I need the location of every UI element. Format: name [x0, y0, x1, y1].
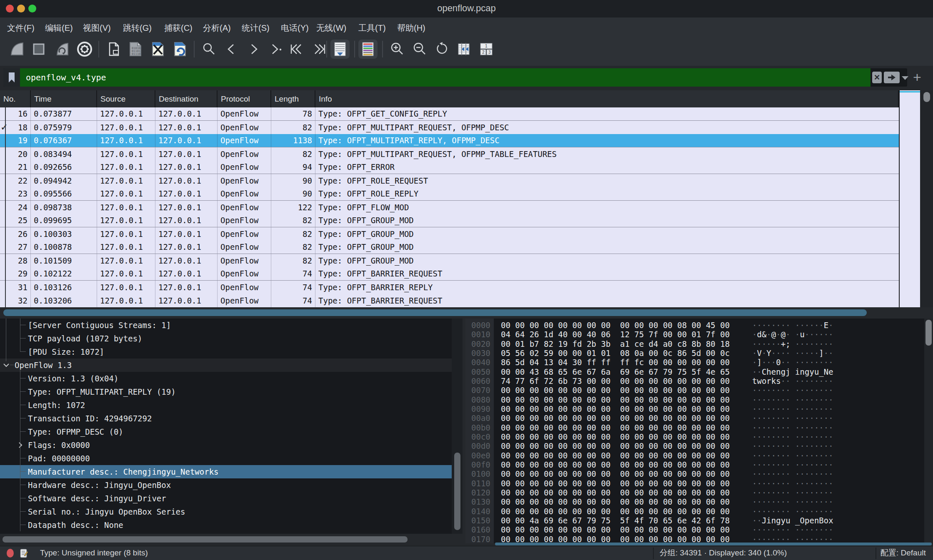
filter-bar[interactable]: openflow_v4.type ✕: [3, 68, 907, 87]
hex-row-0010[interactable]: 001004 64 26 1d 40 00 40 06 12 75 7f 00 …: [465, 330, 933, 339]
hex-row-0040[interactable]: 004086 5d 04 13 04 30 ff ff ff fc 00 00 …: [465, 358, 933, 367]
save-file-icon[interactable]: 010100110101110: [126, 40, 145, 59]
packet-row-32[interactable]: 320.103206127.0.0.1127.0.0.1OpenFlow74Ty…: [0, 294, 899, 307]
hex-row-0070[interactable]: 007000 00 00 00 00 00 00 00 00 00 00 00 …: [465, 386, 933, 395]
expert-info-icon[interactable]: [7, 549, 14, 558]
menu-item[interactable]: 帮助(H): [397, 22, 425, 34]
hex-vscrollbar[interactable]: [924, 319, 933, 543]
hex-row-00f0[interactable]: 00f000 00 00 00 00 00 00 00 00 00 00 00 …: [465, 460, 933, 469]
hex-row-0140[interactable]: 014000 00 00 00 00 00 00 00 00 00 00 00 …: [465, 507, 933, 516]
hex-row-00d0[interactable]: 00d000 00 00 00 00 00 00 00 00 00 00 00 …: [465, 441, 933, 450]
packet-row-24[interactable]: 240.098738127.0.0.1127.0.0.1OpenFlow122T…: [0, 201, 899, 214]
hex-row-0000[interactable]: 000000 00 00 00 00 00 00 00 00 00 00 00 …: [465, 321, 933, 330]
menu-item[interactable]: 电话(Y): [281, 22, 309, 34]
packet-row-28[interactable]: 280.101509127.0.0.1127.0.0.1OpenFlow82Ty…: [0, 254, 899, 267]
hex-row-0050[interactable]: 005000 00 43 68 65 6e 67 6a 69 6e 67 79 …: [465, 367, 933, 376]
capture-options-icon[interactable]: [75, 40, 94, 59]
detail-row[interactable]: Hardware desc.: Jingyu_OpenBox: [0, 478, 463, 492]
hex-hscrollbar-thumb[interactable]: [495, 543, 932, 545]
column-header-protocol[interactable]: Protocol: [218, 90, 271, 107]
menu-item[interactable]: 分析(A): [203, 22, 231, 34]
fixed-columns-icon[interactable]: 123: [477, 40, 496, 59]
packet-row-22[interactable]: 220.094942127.0.0.1127.0.0.1OpenFlow90Ty…: [0, 174, 899, 187]
hex-row-00b0[interactable]: 00b000 00 00 00 00 00 00 00 00 00 00 00 …: [465, 423, 933, 432]
details-hscrollbar-thumb[interactable]: [3, 536, 408, 543]
menu-item[interactable]: 编辑(E): [45, 22, 73, 34]
detail-row[interactable]: Length: 1072: [0, 398, 463, 412]
packet-list-vscrollbar-thumb[interactable]: [923, 92, 930, 102]
details-vscrollbar-thumb[interactable]: [454, 453, 460, 530]
expander-closed-icon[interactable]: [17, 438, 24, 452]
hex-row-0110[interactable]: 011000 00 00 00 00 00 00 00 00 00 00 00 …: [465, 479, 933, 488]
menu-item[interactable]: 工具(T): [358, 22, 386, 34]
packet-row-20[interactable]: 200.083494127.0.0.1127.0.0.1OpenFlow82Ty…: [0, 147, 899, 161]
column-header-destination[interactable]: Destination: [155, 90, 218, 107]
expander-open-icon[interactable]: [3, 358, 10, 372]
zoom-reset-icon[interactable]: [432, 40, 451, 59]
column-header-length[interactable]: Length: [271, 90, 315, 107]
detail-row[interactable]: Type: OFPT_MULTIPART_REPLY (19): [0, 385, 463, 398]
detail-row[interactable]: Version: 1.3 (0x04): [0, 372, 463, 385]
detail-row[interactable]: Datapath desc.: None: [0, 518, 463, 532]
menu-item[interactable]: 捕获(C): [164, 22, 193, 34]
hex-row-0090[interactable]: 009000 00 00 00 00 00 00 00 00 00 00 00 …: [465, 404, 933, 413]
colorize-icon[interactable]: [358, 40, 378, 59]
menu-item[interactable]: 跳转(G): [123, 22, 152, 34]
packet-row-19[interactable]: 190.076367127.0.0.1127.0.0.1OpenFlow1138…: [0, 134, 899, 147]
auto-scroll-icon[interactable]: [330, 40, 350, 59]
menu-item[interactable]: 无线(W): [316, 22, 346, 34]
menu-item[interactable]: 视图(V): [83, 22, 111, 34]
close-file-icon[interactable]: [148, 40, 168, 59]
detail-row[interactable]: Serial no.: Jingyu OpenBox Series: [0, 505, 463, 518]
hex-row-0160[interactable]: 016000 00 00 00 00 00 00 00 00 00 00 00 …: [465, 525, 933, 534]
packet-list-header[interactable]: No.TimeSourceDestinationProtocolLengthIn…: [0, 90, 899, 107]
packet-list-hscrollbar-thumb[interactable]: [3, 309, 867, 316]
zoom-out-icon[interactable]: [410, 40, 429, 59]
zoom-in-icon[interactable]: [388, 40, 407, 59]
detail-row[interactable]: Type: OFPMP_DESC (0): [0, 425, 463, 438]
hex-row-0130[interactable]: 013000 00 00 00 00 00 00 00 00 00 00 00 …: [465, 497, 933, 506]
capture-comment-icon[interactable]: [20, 549, 28, 559]
capture-stop-icon[interactable]: [29, 40, 48, 59]
hex-row-0100[interactable]: 010000 00 00 00 00 00 00 00 00 00 00 00 …: [465, 469, 933, 478]
column-header-no[interactable]: No.: [0, 90, 31, 107]
detail-row[interactable]: Manufacturer desc.: Chengjingyu_Networks: [0, 465, 463, 478]
hex-row-0030[interactable]: 003005 56 02 59 00 00 01 01 08 0a 00 0c …: [465, 348, 933, 358]
hex-row-0080[interactable]: 008000 00 00 00 00 00 00 00 00 00 00 00 …: [465, 395, 933, 404]
hex-row-00e0[interactable]: 00e000 00 00 00 00 00 00 00 00 00 00 00 …: [465, 451, 933, 460]
go-to-packet-icon[interactable]: [267, 40, 286, 59]
detail-row[interactable]: OpenFlow 1.3: [0, 358, 463, 372]
packet-list-vscrollbar[interactable]: [920, 90, 933, 307]
hex-row-0170[interactable]: 017000 00 00 00 00 00 00 00 00 00 00 00 …: [465, 535, 933, 543]
packet-row-18[interactable]: 180.075979127.0.0.1127.0.0.1OpenFlow82Ty…: [0, 121, 899, 134]
profile-status[interactable]: 配置: Default: [880, 546, 926, 560]
add-filter-button[interactable]: +: [911, 68, 923, 87]
filter-dropdown-caret[interactable]: [902, 76, 908, 80]
reload-file-icon[interactable]: [170, 40, 190, 59]
packet-row-26[interactable]: 260.100303127.0.0.1127.0.0.1OpenFlow82Ty…: [0, 227, 899, 241]
filter-input[interactable]: openflow_v4.type: [20, 68, 870, 87]
hex-row-0150[interactable]: 015000 00 4a 69 6e 67 79 75 5f 4f 70 65 …: [465, 516, 933, 525]
details-vscrollbar[interactable]: [452, 319, 463, 534]
filter-bookmark-button[interactable]: [3, 68, 20, 87]
packet-row-29[interactable]: 290.102122127.0.0.1127.0.0.1OpenFlow74Ty…: [0, 267, 899, 281]
menu-item[interactable]: 文件(F): [7, 22, 35, 34]
details-hscrollbar[interactable]: [0, 534, 463, 545]
column-header-time[interactable]: Time: [31, 90, 97, 107]
packet-list-minimap[interactable]: [899, 90, 920, 307]
hex-vscrollbar-thumb[interactable]: [925, 320, 932, 346]
filter-apply-button[interactable]: [884, 72, 900, 83]
packet-row-31[interactable]: 310.103126127.0.0.1127.0.0.1OpenFlow74Ty…: [0, 281, 899, 294]
capture-restart-icon[interactable]: [53, 40, 72, 59]
go-back-icon[interactable]: [222, 40, 241, 59]
packet-row-16[interactable]: 160.073877127.0.0.1127.0.0.1OpenFlow78Ty…: [0, 107, 899, 121]
open-file-icon[interactable]: [104, 40, 123, 59]
detail-row[interactable]: [PDU Size: 1072]: [0, 345, 463, 358]
detail-row[interactable]: Software desc.: Jingyu_Driver: [0, 492, 463, 505]
detail-row[interactable]: Flags: 0x0000: [0, 438, 463, 452]
hex-row-0020[interactable]: 002000 01 b7 82 19 fd 2b 3b a1 ce d4 a0 …: [465, 339, 933, 348]
go-first-icon[interactable]: [287, 40, 306, 59]
detail-row[interactable]: Transaction ID: 4294967292: [0, 412, 463, 425]
go-forward-icon[interactable]: [244, 40, 263, 59]
hex-row-00c0[interactable]: 00c000 00 00 00 00 00 00 00 00 00 00 00 …: [465, 432, 933, 441]
